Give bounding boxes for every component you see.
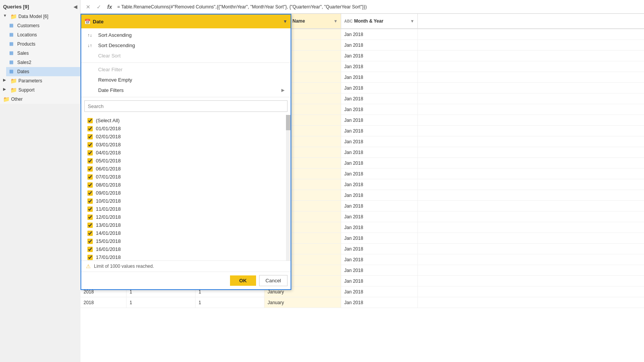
- cell-monthyear: Jan 2018: [341, 72, 418, 82]
- dropdown-overlay: 📅 Date ▼ ↑↓ Sort Ascending ↓↑ Sort Desce…: [80, 14, 291, 290]
- sidebar-item-sales[interactable]: ▦ Sales: [6, 49, 80, 58]
- checkbox-label: 02/01/2018: [96, 134, 121, 139]
- checkbox-input[interactable]: [87, 158, 93, 164]
- cell-monthyear: Jan 2018: [341, 93, 418, 104]
- sidebar: Queries [9] ◀ ▼ 📁 Data Model [6] ▦ Custo…: [0, 0, 80, 104]
- checkbox-input[interactable]: [87, 206, 93, 212]
- checkbox-item[interactable]: 09/01/2018: [81, 189, 291, 197]
- checkbox-item[interactable]: 08/01/2018: [81, 181, 291, 189]
- cancel-button[interactable]: Cancel: [259, 275, 288, 286]
- checkbox-item[interactable]: (Select All): [81, 116, 291, 124]
- cell-monthyear: Jan 2018: [341, 222, 418, 233]
- table-icon: ▦: [9, 32, 15, 38]
- formula-input[interactable]: [117, 4, 641, 10]
- col-header-monthyear[interactable]: ABC Month & Year ▼: [341, 14, 418, 28]
- sidebar-item-other[interactable]: 📁 Other: [0, 95, 80, 104]
- ok-button[interactable]: OK: [230, 275, 256, 286]
- sidebar-item-data-model[interactable]: ▼ 📁 Data Model [6]: [0, 12, 80, 21]
- checkbox-item[interactable]: 04/01/2018: [81, 149, 291, 157]
- sidebar-item-label: Locations: [17, 32, 37, 38]
- cell-monthyear: Jan 2018: [341, 287, 418, 297]
- checkbox-item[interactable]: 06/01/2018: [81, 165, 291, 173]
- formula-bar-buttons: ✕ ✓ fx: [84, 2, 114, 11]
- checkbox-item[interactable]: 17/01/2018: [81, 253, 291, 260]
- checkbox-item[interactable]: 05/01/2018: [81, 157, 291, 165]
- cell-monthyear: Jan 2018: [341, 115, 418, 125]
- cell-monthyear: Jan 2018: [341, 179, 418, 190]
- cell-year: 2018: [80, 297, 127, 308]
- sidebar-item-label: Products: [17, 41, 35, 47]
- checkbox-item[interactable]: 02/01/2018: [81, 133, 291, 141]
- sidebar-item-parameters[interactable]: ▶ 📁 Parameters: [0, 76, 80, 85]
- checkbox-item[interactable]: 12/01/2018: [81, 213, 291, 221]
- menu-item-remove-empty[interactable]: Remove Empty: [81, 75, 291, 85]
- checkbox-label: 16/01/2018: [96, 246, 121, 252]
- checkbox-item[interactable]: 03/01/2018: [81, 141, 291, 149]
- menu-item-sort-desc[interactable]: ↓↑ Sort Descending: [81, 40, 291, 51]
- search-section: [81, 97, 291, 115]
- menu-label-date-filters: Date Filters: [98, 87, 123, 93]
- dropdown-title: Date: [93, 19, 283, 25]
- warning-text: Limit of 1000 values reached.: [94, 264, 154, 269]
- checkbox-item[interactable]: 15/01/2018: [81, 237, 291, 245]
- checkbox-input[interactable]: [87, 223, 93, 228]
- menu-item-clear-sort: Clear Sort: [81, 51, 291, 61]
- checkbox-input[interactable]: [87, 182, 93, 188]
- checkbox-item[interactable]: 11/01/2018: [81, 205, 291, 213]
- dropdown-header[interactable]: 📅 Date ▼: [81, 15, 291, 28]
- checkbox-input[interactable]: [87, 142, 93, 147]
- menu-label-sort-asc: Sort Ascending: [98, 32, 131, 38]
- checkbox-label: 01/01/2018: [96, 126, 121, 131]
- formula-confirm-btn[interactable]: ✓: [94, 2, 104, 11]
- checkbox-input[interactable]: [87, 239, 93, 244]
- checkbox-input[interactable]: [87, 247, 93, 252]
- checkbox-input[interactable]: [87, 134, 93, 139]
- cell-monthyear: Jan 2018: [341, 147, 418, 157]
- sidebar-item-dates[interactable]: ▦ Dates: [6, 67, 80, 76]
- checkbox-input[interactable]: [87, 150, 93, 156]
- checkbox-input[interactable]: [87, 126, 93, 131]
- sidebar-item-products[interactable]: ▦ Products: [6, 39, 80, 49]
- sidebar-item-sales2[interactable]: ▦ Sales2: [6, 58, 80, 67]
- checkbox-item[interactable]: 16/01/2018: [81, 245, 291, 253]
- sidebar-item-customers[interactable]: ▦ Customers: [6, 21, 80, 30]
- checkbox-input[interactable]: [87, 198, 93, 204]
- filter-btn-monthname[interactable]: ▼: [334, 19, 338, 23]
- sidebar-collapse-btn[interactable]: ◀: [74, 4, 77, 10]
- sidebar-item-label: Sales2: [17, 60, 31, 65]
- sidebar-item-locations[interactable]: ▦ Locations: [6, 30, 80, 39]
- dropdown-arrow-icon: ▼: [283, 19, 288, 24]
- checkbox-input[interactable]: [87, 231, 93, 236]
- cell-monthyear: Jan 2018: [341, 169, 418, 179]
- cell-monthyear: Jan 2018: [341, 297, 418, 308]
- expand-icon: ▼: [3, 13, 9, 20]
- search-input[interactable]: [84, 100, 288, 112]
- checkbox-item[interactable]: 01/01/2018: [81, 124, 291, 133]
- checkbox-input[interactable]: [87, 190, 93, 196]
- checkbox-input[interactable]: [87, 166, 93, 172]
- checkbox-item[interactable]: 13/01/2018: [81, 221, 291, 229]
- checkbox-item[interactable]: 10/01/2018: [81, 197, 291, 205]
- menu-label-clear-filter: Clear Filter: [98, 67, 123, 72]
- menu-item-sort-asc[interactable]: ↑↓ Sort Ascending: [81, 30, 291, 40]
- checkbox-input[interactable]: [87, 174, 93, 180]
- sidebar-item-support[interactable]: ▶ 📁 Support: [0, 85, 80, 95]
- list-scrollbar[interactable]: [286, 115, 291, 260]
- formula-fx-btn[interactable]: fx: [105, 2, 114, 11]
- sidebar-item-label: Dates: [17, 69, 29, 74]
- checkbox-item[interactable]: 14/01/2018: [81, 229, 291, 237]
- table-icon: ▦: [9, 59, 15, 66]
- checkbox-input[interactable]: [87, 215, 93, 220]
- sidebar-item-label: Parameters: [18, 78, 42, 84]
- checkbox-item[interactable]: 07/01/2018: [81, 173, 291, 181]
- checkbox-input[interactable]: [87, 255, 93, 260]
- cell-monthyear: Jan 2018: [341, 104, 418, 115]
- checkbox-input[interactable]: [87, 118, 93, 123]
- sidebar-title: Queries [9]: [3, 4, 29, 10]
- scroll-thumb[interactable]: [286, 115, 291, 130]
- menu-item-date-filters[interactable]: Date Filters ▶: [81, 85, 291, 95]
- cell-monthyear: Jan 2018: [341, 233, 418, 243]
- table-row: 2018 1 1 January Jan 2018: [80, 297, 644, 308]
- filter-btn-monthyear[interactable]: ▼: [410, 19, 414, 23]
- formula-cancel-btn[interactable]: ✕: [84, 2, 93, 11]
